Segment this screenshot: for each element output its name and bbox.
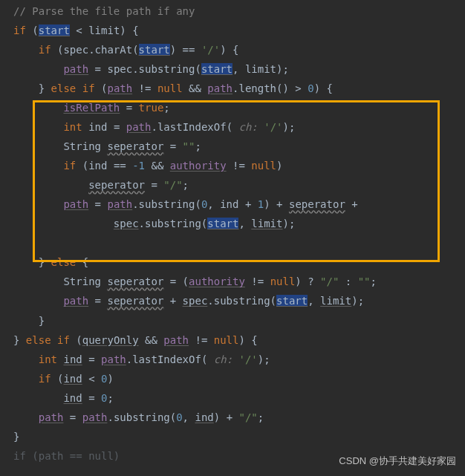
field-authority: authority (170, 160, 227, 172)
var-start-selected[interactable]: start (201, 63, 232, 75)
field-isRelPath: isRelPath (63, 102, 120, 114)
param-hint-ch: ch: (232, 121, 264, 133)
var-seperator-typo: seperator (107, 140, 163, 152)
code-editor[interactable]: // Parse the file path if any if (start … (0, 0, 465, 466)
var-start-selected[interactable]: start (276, 295, 308, 307)
param-hint-ch: ch: (207, 353, 238, 365)
var-start-selected[interactable]: start (207, 218, 238, 229)
var-start-selected[interactable]: start (139, 44, 170, 56)
fragment-line: if (path == null) (13, 450, 120, 462)
keyword-if: if (13, 25, 26, 36)
comment-line: // Parse the file path if any (13, 5, 195, 17)
field-path: path (63, 63, 88, 75)
var-start-selected[interactable]: start (39, 25, 70, 36)
